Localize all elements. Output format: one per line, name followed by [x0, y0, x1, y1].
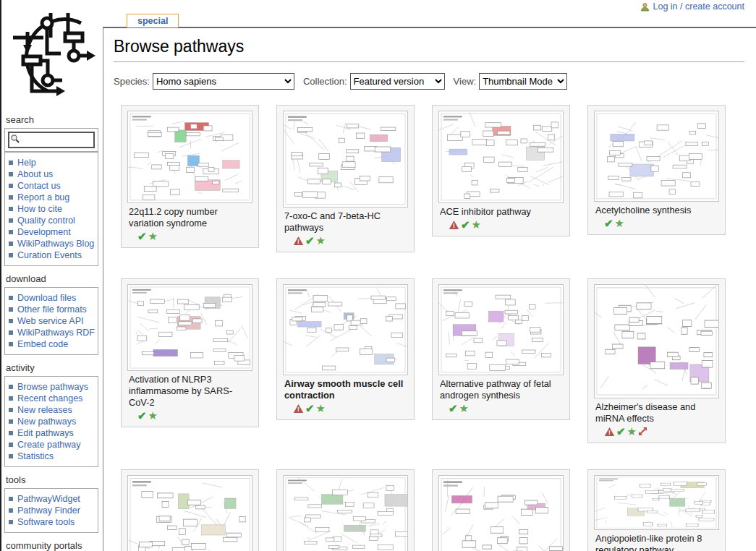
sidebar-item-contact-us[interactable]: Contact us — [9, 180, 95, 192]
square-bullet-icon — [9, 319, 13, 323]
square-bullet-icon — [9, 454, 13, 458]
pathway-thumbnail-sketch — [439, 285, 563, 375]
species-label: Species: — [114, 76, 150, 87]
sidebar-item-label: WikiPathways Blog — [17, 238, 94, 249]
pathway-title: Acetylcholine synthesis — [595, 205, 718, 216]
pathway-tile-3[interactable]: ACE inhibitor pathway !✔★ — [432, 105, 570, 236]
pathway-thumbnail — [283, 284, 408, 375]
pathway-tile-6[interactable]: Airway smooth muscle cell contraction !✔… — [276, 278, 415, 420]
sidebar-item-label: Report a bug — [17, 192, 69, 203]
square-bullet-icon — [9, 508, 13, 513]
sidebar: search HelpAbout usContact usReport a bu… — [4, 0, 98, 551]
featured-star-icon: ★ — [615, 218, 624, 228]
species-select[interactable]: Homo sapiens — [153, 73, 294, 90]
featured-star-icon: ★ — [148, 231, 158, 242]
sidebar-item-curation-events[interactable]: Curation Events — [9, 249, 95, 261]
sidebar-item-browse-pathways[interactable]: Browse pathways — [9, 381, 95, 393]
pathway-tile-8[interactable]: Alzheimer's disease and miRNA effects !✔… — [587, 278, 726, 443]
pathway-tile-2[interactable]: 7-oxo-C and 7-beta-HC pathways !✔★ — [276, 105, 415, 252]
sidebar-item-label: PathwayWidget — [17, 493, 80, 505]
square-bullet-icon — [9, 419, 13, 424]
square-bullet-icon — [9, 330, 13, 335]
portlet-box: Download filesOther file formatsWeb serv… — [4, 287, 98, 355]
sidebar-item-statistics[interactable]: Statistics — [9, 450, 95, 462]
pathway-title: Alternative pathway of fetal androgen sy… — [440, 378, 562, 401]
portlet-heading-community-portals: community portals — [6, 540, 98, 551]
sidebar-item-help[interactable]: Help — [9, 157, 95, 168]
pathway-thumbnail — [438, 475, 564, 551]
sidebar-item-software-tools[interactable]: Software tools — [9, 516, 95, 528]
sidebar-item-other-file-formats[interactable]: Other file formats — [9, 304, 95, 315]
sidebar-item-pathwaywidget[interactable]: PathwayWidget — [9, 493, 95, 505]
portlet-heading-activity: activity — [6, 362, 98, 373]
pathway-title: 7-oxo-C and 7-beta-HC pathways — [284, 210, 407, 234]
pathway-tile-5[interactable]: Activation of NLRP3 inflammasome by SARS… — [121, 278, 259, 427]
pathway-tile-12[interactable]: Angiopoietin-like protein 8 regulatory p… — [587, 469, 726, 551]
sidebar-item-wikipathways-rdf[interactable]: WikiPathways RDF — [9, 327, 95, 338]
pathway-thumbnail-sketch — [439, 476, 563, 551]
portlet-heading-download: download — [6, 273, 98, 284]
sidebar-item-about-us[interactable]: About us — [9, 168, 95, 180]
collection-label: Collection: — [303, 76, 347, 87]
search-icon — [10, 134, 20, 144]
pathway-status-icons: ✔★ — [137, 410, 252, 421]
curated-check-icon: ✔ — [461, 220, 470, 230]
collection-select[interactable]: Featured version — [350, 73, 445, 90]
user-icon — [640, 2, 650, 12]
square-bullet-icon — [9, 207, 13, 211]
pathway-thumbnail — [127, 475, 252, 551]
pathway-thumbnail-sketch — [595, 285, 718, 398]
view-label: View: — [454, 76, 477, 87]
sidebar-item-label: Statistics — [17, 450, 54, 462]
square-bullet-icon — [9, 408, 13, 412]
pathway-thumbnail-sketch — [284, 111, 407, 207]
sidebar-item-pathway-finder[interactable]: Pathway Finder — [9, 505, 95, 516]
pathway-tile-7[interactable]: Alternative pathway of fetal androgen sy… — [432, 278, 570, 420]
search-heading: search — [6, 114, 98, 125]
featured-star-icon: ★ — [459, 403, 469, 414]
sidebar-item-label: WikiPathways RDF — [17, 327, 95, 338]
wikipathways-logo[interactable] — [4, 0, 97, 107]
pathway-tile-10[interactable]: Amyotrophic lateral sclerosis (ALS) ✔★ — [276, 469, 415, 551]
warning-icon: ! — [449, 220, 459, 230]
pathway-tile-1[interactable]: 22q11.2 copy number variation syndrome ✔… — [121, 105, 259, 248]
sidebar-item-how-to-cite[interactable]: How to cite — [9, 203, 95, 215]
sidebar-item-label: Edit pathways — [17, 427, 74, 439]
curated-check-icon: ✔ — [137, 231, 147, 242]
portlet-box: PathwayWidgetPathway FinderSoftware tool… — [4, 488, 98, 533]
sidebar-item-quality-control[interactable]: Quality control — [9, 215, 95, 226]
pathway-tile-9[interactable]: AMP-activated protein kinase — [121, 469, 259, 551]
sidebar-item-web-service-api[interactable]: Web service API — [9, 315, 95, 327]
sidebar-item-new-pathways[interactable]: New pathways — [9, 416, 95, 427]
sidebar-item-new-releases[interactable]: New releases — [9, 404, 95, 416]
sidebar-item-recent-changes[interactable]: Recent changes — [9, 393, 95, 404]
pathway-status-icons: ✔★ — [604, 218, 719, 228]
login-link[interactable]: Log in / create account — [653, 1, 744, 12]
sidebar-item-edit-pathways[interactable]: Edit pathways — [9, 427, 95, 439]
sidebar-item-wikipathways-blog[interactable]: WikiPathways Blog — [9, 238, 95, 249]
square-bullet-icon — [9, 161, 13, 165]
sidebar-item-report-a-bug[interactable]: Report a bug — [9, 192, 95, 203]
page-title: Browse pathways — [114, 37, 744, 62]
featured-star-icon: ★ — [316, 403, 326, 414]
portlet-heading-tools: tools — [6, 474, 98, 485]
pathway-title: 22q11.2 copy number variation syndrome — [129, 206, 251, 229]
sidebar-item-create-pathway[interactable]: Create pathway — [9, 439, 95, 450]
pathway-tile-4[interactable]: Acetylcholine synthesis ✔★ — [587, 105, 726, 235]
sidebar-item-label: Web service API — [17, 315, 83, 327]
curated-check-icon: ✔ — [305, 403, 315, 414]
sidebar-item-label: Browse pathways — [17, 381, 88, 393]
pathway-tile-11[interactable]: Androgen receptor signaling — [432, 469, 570, 551]
tab-special[interactable]: special — [127, 14, 179, 27]
warning-icon: ! — [293, 403, 304, 414]
sidebar-item-download-files[interactable]: Download files — [9, 292, 95, 304]
sidebar-item-development[interactable]: Development — [9, 226, 95, 238]
sidebar-item-label: Pathway Finder — [17, 505, 80, 516]
search-input[interactable] — [8, 132, 95, 148]
view-select[interactable]: Thumbnail Mode — [479, 73, 567, 90]
square-bullet-icon — [9, 497, 13, 501]
curated-check-icon: ✔ — [616, 427, 626, 437]
pathway-status-icons: !✔★ — [604, 426, 719, 437]
sidebar-item-embed-code[interactable]: Embed code — [9, 338, 95, 350]
expand-arrows-icon — [638, 427, 647, 436]
